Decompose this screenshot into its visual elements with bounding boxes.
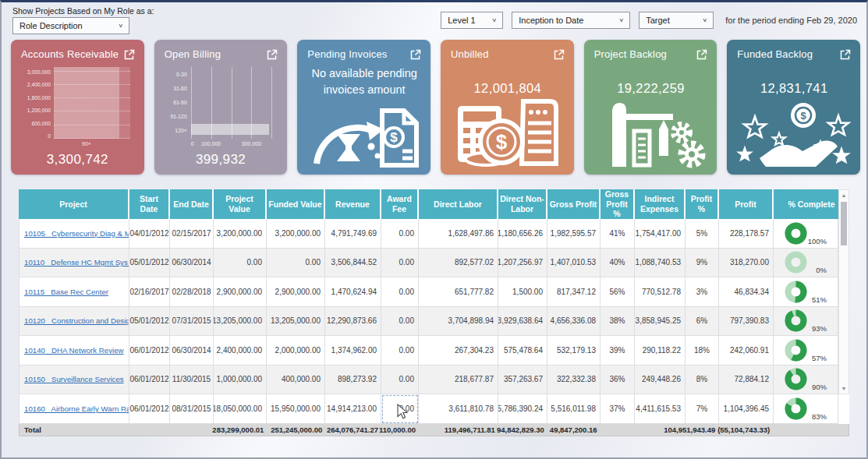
chevron-down-icon: ∨ (703, 17, 708, 23)
cell-end: 07/31/2015 (170, 307, 214, 337)
card-title: Pending Invoices (307, 48, 421, 60)
column-header-profit_pct[interactable]: Profit % (686, 189, 719, 219)
project-backlog-icon (584, 91, 717, 171)
period-filter-bar: Level 1 ∨ Inception to Date ∨ Target ∨ f… (441, 12, 857, 29)
cell-gross_profit_pct: 36% (601, 365, 635, 395)
column-header-profit[interactable]: Profit (719, 189, 774, 219)
complete-percent-label: 57% (812, 354, 827, 362)
card-value: 3,300,742 (11, 152, 144, 168)
table-row: 10120 Construction and Design05/01/20120… (19, 307, 849, 337)
scrollbar-thumb[interactable] (841, 202, 847, 245)
period-dropdown[interactable]: Inception to Date ∨ (512, 12, 630, 29)
total-complete (773, 424, 849, 436)
cell-profit_pct: 3% (686, 277, 719, 307)
project-link[interactable]: 10140 DHA Network Review (24, 346, 124, 355)
open-in-new-window-icon[interactable] (553, 48, 565, 61)
open-in-new-window-icon[interactable] (123, 48, 136, 61)
cell-profit_pct: 5% (686, 219, 719, 249)
role-description-dropdown[interactable]: Role Description ∨ (12, 17, 129, 34)
card-title: Funded Backlog (737, 48, 851, 60)
table-row: 10160 Airborne Early Warn Radar06/01/201… (19, 394, 849, 424)
chart-plot-area (191, 67, 272, 139)
column-header-gross_profit[interactable]: Gross Profit (547, 189, 601, 219)
cell-project_value: 0.00 (214, 249, 267, 278)
card-accounts-receivable: Accounts Receivable 3,000,0002,400,000 1… (11, 40, 144, 175)
cell-end: 11/30/2015 (170, 365, 214, 395)
bar-90plus (54, 67, 119, 139)
target-dropdown-value: Target (646, 16, 670, 25)
cell-profit: 242,060.91 (719, 336, 774, 365)
cell-direct_labor: 1,628,497.86 (419, 219, 498, 249)
total-label: Total (19, 424, 130, 436)
chart-y-axis: 0-3031-60 61-9091-120 120+ (165, 67, 191, 148)
scrollbar-up-icon[interactable]: ▲ (839, 192, 849, 198)
column-header-indirect_expenses[interactable]: Indirect Expenses (635, 189, 686, 219)
table-row: 10150 Surveillance Services06/01/201211/… (19, 365, 849, 395)
cell-direct_non_labor: 3,929,638.64 (498, 307, 547, 337)
cell-end: 06/30/2014 (170, 336, 214, 365)
complete-percent-label: 90% (812, 383, 827, 391)
card-unbilled: Unbilled 12,001,804 (441, 40, 574, 175)
column-header-award_fee[interactable]: Award Fee (381, 189, 419, 219)
period-ending-text: for the period ending Feb 29, 2020 (725, 16, 857, 25)
project-link[interactable]: 10120 Construction and Design (24, 316, 129, 325)
chart-x-axis: 0 100,000 300,000 (191, 139, 272, 148)
total-direct_non_labor: 94,842,829.30 (498, 424, 547, 436)
level-dropdown[interactable]: Level 1 ∨ (441, 12, 503, 29)
cell-project: 10110 Defense HC Mgmt Sys Modtn (19, 249, 129, 278)
column-header-revenue[interactable]: Revenue (325, 189, 381, 219)
project-link[interactable]: 10150 Surveillance Services (24, 375, 124, 383)
total-direct_labor: 119,496,711.81 (419, 424, 498, 436)
project-link[interactable]: 10105 Cybersecurity Diag & Mitg (24, 229, 129, 238)
cell-end: 08/31/2015 (170, 394, 214, 424)
cell-award_fee: 0.00 (381, 336, 419, 365)
cell-project_value: 3,200,000.00 (214, 219, 267, 249)
project-link[interactable]: 10115 Base Rec Center (24, 288, 108, 296)
cell-project: 10105 Cybersecurity Diag & Mitg (19, 219, 129, 249)
column-header-end[interactable]: End Date (170, 189, 214, 219)
open-in-new-window-icon[interactable] (409, 48, 422, 61)
table-total-row: Total283,299,000.01251,245,000.00264,076… (19, 424, 849, 436)
target-dropdown[interactable]: Target ∨ (639, 12, 714, 29)
projects-table: ProjectStart DateEnd DateProject ValueFu… (19, 189, 849, 436)
open-in-new-window-icon[interactable] (839, 48, 852, 61)
project-link[interactable]: 10160 Airborne Early Warn Radar (24, 404, 129, 413)
open-in-new-window-icon[interactable] (696, 48, 708, 61)
cell-indirect_expenses: 4,411,615.53 (635, 394, 686, 424)
cell-project_value: 2,400,000.00 (214, 336, 267, 365)
cell-complete: 83% (774, 394, 838, 424)
cell-award_fee: 0.00 (381, 365, 419, 395)
cell-profit_pct: 9% (686, 249, 719, 278)
cell-direct_non_labor: 1,500.00 (498, 277, 547, 307)
dashboard: Show Projects Based on My Role as a: Rol… (0, 0, 868, 459)
cell-complete: 51% (774, 277, 838, 307)
column-header-project[interactable]: Project (19, 189, 129, 219)
cell-project: 10120 Construction and Design (19, 307, 129, 337)
table-row: 10110 Defense HC Mgmt Sys Modtn05/01/201… (19, 249, 849, 278)
card-title: Open Billing (165, 48, 278, 60)
column-header-gross_profit_pct[interactable]: Gross Profit % (601, 189, 635, 219)
column-header-start[interactable]: Start Date (129, 189, 170, 219)
column-header-direct_labor[interactable]: Direct Labor (419, 189, 498, 219)
table-scrollbar[interactable]: ▲ ▼ (838, 189, 849, 394)
project-link[interactable]: 10110 Defense HC Mgmt Sys Modtn (24, 258, 129, 267)
cell-project: 10150 Surveillance Services (19, 365, 129, 395)
cell-indirect_expenses: 770,512.78 (635, 277, 686, 307)
cell-revenue: 14,914,213.00 (325, 394, 381, 424)
chart-y-axis: 3,000,0002,400,000 1,800,0001,200,000 60… (21, 67, 54, 151)
column-header-funded_value[interactable]: Funded Value (267, 189, 325, 219)
level-dropdown-value: Level 1 (448, 16, 475, 25)
total-gross_profit: 49,847,200.16 (547, 424, 601, 436)
cell-complete: 100% (774, 219, 838, 249)
total-award_fee: 110,000.00 (381, 424, 419, 436)
role-dropdown-value: Role Description (19, 21, 83, 30)
column-header-project_value[interactable]: Project Value (214, 189, 267, 219)
total-project_value: 283,299,000.01 (214, 424, 267, 436)
scrollbar-down-icon[interactable]: ▼ (839, 386, 849, 391)
open-in-new-window-icon[interactable] (266, 48, 278, 61)
cell-complete: 57% (774, 336, 838, 365)
column-header-direct_non_labor[interactable]: Direct Non-Labor (498, 189, 547, 219)
cell-gross_profit_pct: 38% (601, 307, 635, 337)
chart-plot-area (54, 67, 130, 139)
cell-revenue: 3,506,844.52 (325, 249, 381, 278)
